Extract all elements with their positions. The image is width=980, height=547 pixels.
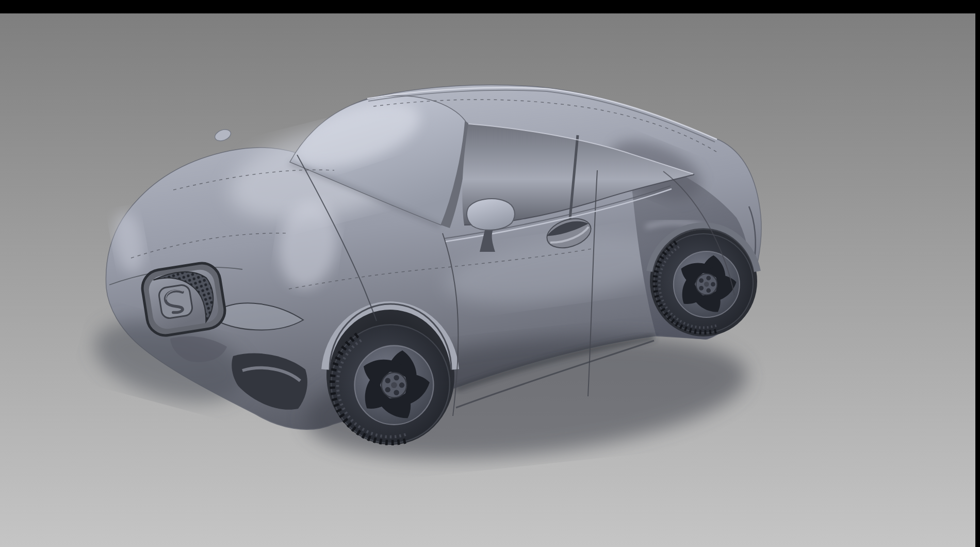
right-letterbox-bar (975, 0, 980, 547)
seat-badge (158, 284, 193, 319)
mirror-body (467, 199, 515, 230)
front-wheel (331, 325, 450, 443)
rear-wheel (654, 234, 753, 333)
top-letterbox-bar (0, 0, 980, 13)
viewport-canvas[interactable] (0, 0, 980, 547)
application-window (0, 0, 980, 547)
front-grille (140, 261, 227, 338)
